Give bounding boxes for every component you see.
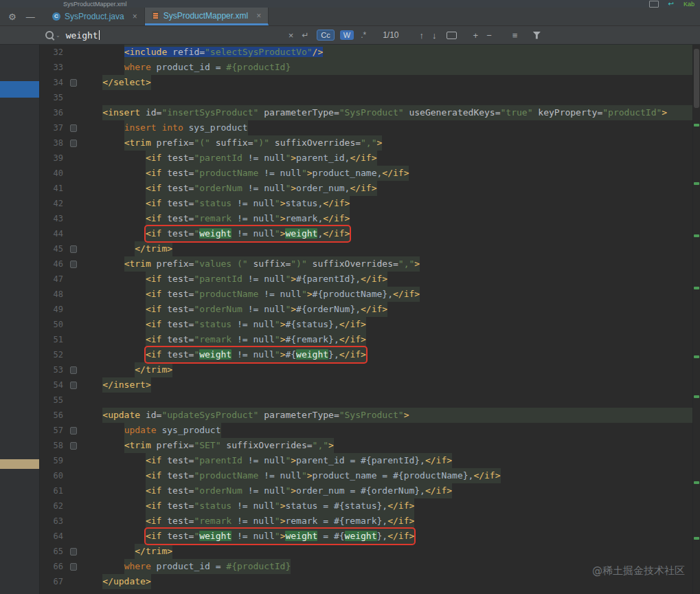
remove-occurrence-button[interactable]: − bbox=[486, 30, 492, 41]
line-number[interactable]: 61 bbox=[40, 483, 67, 498]
line-number[interactable]: 55 bbox=[40, 393, 67, 408]
code-line[interactable]: 56 <update id="updateSysProduct" paramet… bbox=[40, 408, 692, 423]
code-line[interactable]: 57 update sys_product bbox=[40, 423, 692, 438]
code-line[interactable]: 62 <if test="status != null">status = #{… bbox=[40, 498, 692, 514]
code-line[interactable]: 44 <if test="weight != null">weight,</if… bbox=[40, 226, 692, 241]
line-number[interactable]: 51 bbox=[40, 332, 67, 347]
settings-gear-icon[interactable]: ⚙ bbox=[8, 12, 16, 22]
code-line[interactable]: 34 </select> bbox=[40, 75, 692, 90]
left-panel[interactable] bbox=[0, 45, 40, 594]
code-line[interactable]: 40 <if test="productName != null">produc… bbox=[40, 166, 692, 181]
line-number[interactable]: 36 bbox=[40, 105, 67, 120]
search-input[interactable]: weight bbox=[66, 30, 98, 41]
fold-marker-icon[interactable] bbox=[67, 75, 81, 90]
line-number[interactable]: 39 bbox=[40, 151, 67, 166]
line-number[interactable]: 50 bbox=[40, 317, 67, 332]
line-number[interactable]: 49 bbox=[40, 302, 67, 317]
scrollbar[interactable] bbox=[692, 45, 700, 594]
filter-icon[interactable] bbox=[532, 32, 541, 39]
line-number[interactable]: 41 bbox=[40, 181, 67, 196]
line-number[interactable]: 63 bbox=[40, 514, 67, 529]
scrollbar-thumb[interactable] bbox=[694, 49, 699, 108]
newline-icon[interactable]: ↵ bbox=[302, 30, 308, 40]
code-line[interactable]: 53 </trim> bbox=[40, 362, 692, 377]
line-number[interactable]: 38 bbox=[40, 135, 67, 151]
code-line[interactable]: 38 <trim prefix="(" suffix=")" suffixOve… bbox=[40, 135, 692, 151]
run-configuration-label[interactable]: Kab bbox=[684, 1, 695, 8]
match-case-toggle[interactable]: Cc bbox=[317, 30, 334, 41]
code-line[interactable]: 48 <if test="productName != null">#{prod… bbox=[40, 287, 692, 302]
close-tab-icon[interactable]: × bbox=[133, 12, 137, 21]
screen-share-icon[interactable] bbox=[649, 1, 659, 8]
line-number[interactable]: 66 bbox=[40, 559, 67, 574]
line-number[interactable]: 67 bbox=[40, 574, 67, 589]
line-number[interactable]: 46 bbox=[40, 256, 67, 272]
line-number[interactable]: 57 bbox=[40, 423, 67, 438]
code-line[interactable]: 55 bbox=[40, 393, 692, 408]
line-number[interactable]: 40 bbox=[40, 166, 67, 181]
code-line[interactable]: 43 <if test="remark != null">remark,</if… bbox=[40, 211, 692, 226]
clear-search-icon[interactable]: × bbox=[289, 30, 294, 41]
code-line[interactable]: 49 <if test="orderNum != null">#{orderNu… bbox=[40, 302, 692, 317]
code-area[interactable]: 32 <include refid="selectSysProductVo"/>… bbox=[40, 45, 692, 589]
code-line[interactable]: 52 <if test="weight != null">#{weight},<… bbox=[40, 347, 692, 362]
close-tab-icon[interactable]: × bbox=[256, 11, 261, 21]
line-number[interactable]: 58 bbox=[40, 438, 67, 453]
fold-marker-icon[interactable] bbox=[67, 256, 81, 272]
code-line[interactable]: 32 <include refid="selectSysProductVo"/> bbox=[40, 45, 692, 60]
line-number[interactable]: 65 bbox=[40, 544, 67, 559]
code-line[interactable]: 42 <if test="status != null">status,</if… bbox=[40, 196, 692, 211]
previous-match-button[interactable]: ↑ bbox=[420, 30, 425, 41]
fold-marker-icon[interactable] bbox=[67, 362, 81, 377]
line-number[interactable]: 34 bbox=[40, 75, 67, 90]
search-in-selection-button[interactable] bbox=[447, 32, 457, 39]
line-number[interactable]: 59 bbox=[40, 453, 67, 468]
line-number[interactable]: 32 bbox=[40, 45, 67, 60]
fold-marker-icon[interactable] bbox=[67, 559, 81, 574]
line-number[interactable]: 52 bbox=[40, 347, 67, 362]
hide-panel-icon[interactable]: — bbox=[26, 12, 35, 22]
code-line[interactable]: 37 insert into sys_product bbox=[40, 120, 692, 135]
line-number[interactable]: 47 bbox=[40, 272, 67, 287]
code-line[interactable]: 50 <if test="status != null">#{status},<… bbox=[40, 317, 692, 332]
words-toggle[interactable]: W bbox=[340, 30, 354, 40]
tab-sysproductmapper-xml[interactable]: SysProductMapper.xml × bbox=[145, 8, 269, 25]
line-number[interactable]: 42 bbox=[40, 196, 67, 211]
rollback-arrow-icon[interactable]: ↩ bbox=[668, 1, 674, 8]
fold-marker-icon[interactable] bbox=[67, 241, 81, 256]
next-match-button[interactable]: ↓ bbox=[432, 30, 437, 41]
line-number[interactable]: 33 bbox=[40, 60, 67, 75]
code-line[interactable]: 64 <if test="weight != null">weight = #{… bbox=[40, 529, 692, 544]
code-line[interactable]: 41 <if test="orderNum != null">order_num… bbox=[40, 181, 692, 196]
code-line[interactable]: 63 <if test="remark != null">remark = #{… bbox=[40, 514, 692, 529]
regex-toggle[interactable]: .* bbox=[361, 30, 366, 40]
fold-marker-icon[interactable] bbox=[67, 120, 81, 135]
line-number[interactable]: 45 bbox=[40, 241, 67, 256]
line-number[interactable]: 60 bbox=[40, 468, 67, 483]
panel-marked-item[interactable] bbox=[0, 459, 39, 469]
panel-selected-item[interactable] bbox=[0, 81, 39, 98]
line-number[interactable]: 43 bbox=[40, 211, 67, 226]
search-history-chevron-icon[interactable]: ⌄ bbox=[56, 32, 60, 38]
code-line[interactable]: 65 </trim> bbox=[40, 544, 692, 559]
line-number[interactable]: 37 bbox=[40, 120, 67, 135]
line-number[interactable]: 48 bbox=[40, 287, 67, 302]
fold-marker-icon[interactable] bbox=[67, 135, 81, 151]
tab-sysproduct-java[interactable]: C SysProduct.java × bbox=[45, 8, 145, 25]
code-line[interactable]: 46 <trim prefix="values (" suffix=")" su… bbox=[40, 256, 692, 272]
code-line[interactable]: 59 <if test="parentId != null">parent_id… bbox=[40, 453, 692, 468]
code-line[interactable]: 47 <if test="parentId != null">#{parentI… bbox=[40, 272, 692, 287]
code-line[interactable]: 35 bbox=[40, 90, 692, 105]
breadcrumb[interactable]: SysProductMapper.xml bbox=[0, 1, 127, 8]
code-line[interactable]: 36 <insert id="insertSysProduct" paramet… bbox=[40, 105, 692, 120]
open-results-button[interactable]: ≡ bbox=[512, 30, 518, 41]
add-occurrence-button[interactable]: + bbox=[473, 30, 479, 41]
code-line[interactable]: 58 <trim prefix="SET" suffixOverrides=",… bbox=[40, 438, 692, 453]
code-line[interactable]: 39 <if test="parentId != null">parent_id… bbox=[40, 151, 692, 166]
fold-marker-icon[interactable] bbox=[67, 423, 81, 438]
code-line[interactable]: 51 <if test="remark != null">#{remark},<… bbox=[40, 332, 692, 347]
line-number[interactable]: 62 bbox=[40, 498, 67, 514]
line-number[interactable]: 54 bbox=[40, 377, 67, 393]
line-number[interactable]: 64 bbox=[40, 529, 67, 544]
fold-marker-icon[interactable] bbox=[67, 544, 81, 559]
